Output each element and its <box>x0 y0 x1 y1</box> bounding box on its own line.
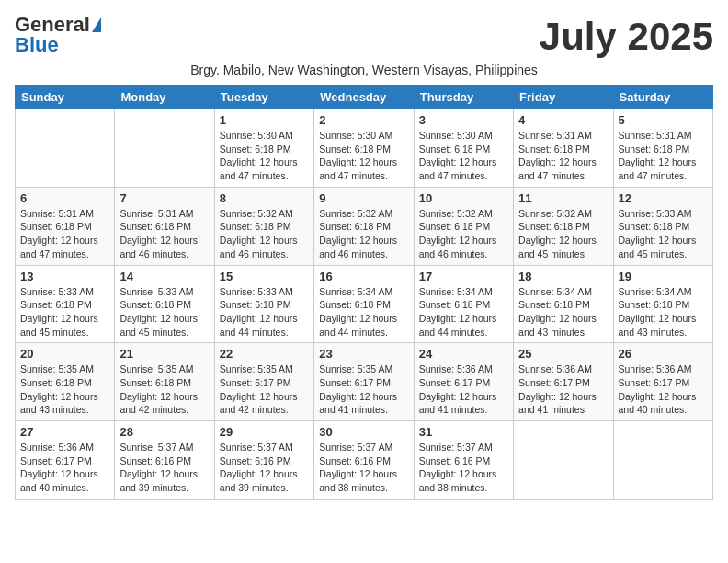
day-info: Sunrise: 5:34 AM Sunset: 6:18 PM Dayligh… <box>619 285 708 339</box>
day-number: 24 <box>419 347 508 361</box>
day-info: Sunrise: 5:35 AM Sunset: 6:18 PM Dayligh… <box>119 362 209 417</box>
day-number: 7 <box>119 191 209 205</box>
day-number: 12 <box>619 191 708 205</box>
day-number: 16 <box>319 270 408 283</box>
day-info: Sunrise: 5:37 AM Sunset: 6:16 PM Dayligh… <box>220 441 309 495</box>
day-number: 21 <box>119 347 209 361</box>
week-row-5: 27Sunrise: 5:36 AM Sunset: 6:17 PM Dayli… <box>16 421 713 500</box>
day-info: Sunrise: 5:35 AM Sunset: 6:17 PM Dayligh… <box>220 362 309 417</box>
calendar-cell <box>613 421 712 500</box>
header-day-friday: Friday <box>514 86 613 109</box>
calendar-cell: 2Sunrise: 5:30 AM Sunset: 6:18 PM Daylig… <box>314 109 414 188</box>
day-number: 4 <box>518 113 608 127</box>
calendar-cell: 29Sunrise: 5:37 AM Sunset: 6:16 PM Dayli… <box>214 421 313 500</box>
logo-triangle-icon <box>92 17 101 32</box>
day-info: Sunrise: 5:31 AM Sunset: 6:18 PM Dayligh… <box>20 207 109 261</box>
calendar-cell: 17Sunrise: 5:34 AM Sunset: 6:18 PM Dayli… <box>414 265 513 343</box>
week-row-2: 6Sunrise: 5:31 AM Sunset: 6:18 PM Daylig… <box>16 187 713 265</box>
calendar-cell: 5Sunrise: 5:31 AM Sunset: 6:18 PM Daylig… <box>613 109 712 188</box>
calendar-cell: 18Sunrise: 5:34 AM Sunset: 6:18 PM Dayli… <box>514 265 613 343</box>
day-info: Sunrise: 5:33 AM Sunset: 6:18 PM Dayligh… <box>220 285 309 339</box>
calendar-cell: 8Sunrise: 5:32 AM Sunset: 6:18 PM Daylig… <box>214 187 313 265</box>
day-number: 5 <box>619 113 708 127</box>
day-number: 13 <box>20 270 109 283</box>
header-day-wednesday: Wednesday <box>314 86 414 109</box>
day-info: Sunrise: 5:32 AM Sunset: 6:18 PM Dayligh… <box>419 207 508 261</box>
calendar-cell: 3Sunrise: 5:30 AM Sunset: 6:18 PM Daylig… <box>414 109 513 188</box>
day-number: 6 <box>20 191 109 205</box>
day-number: 3 <box>419 113 508 127</box>
day-info: Sunrise: 5:30 AM Sunset: 6:18 PM Dayligh… <box>319 129 408 183</box>
calendar-cell: 26Sunrise: 5:36 AM Sunset: 6:17 PM Dayli… <box>613 343 712 421</box>
calendar-cell: 23Sunrise: 5:35 AM Sunset: 6:17 PM Dayli… <box>314 343 414 421</box>
calendar-cell <box>115 109 214 188</box>
header-day-sunday: Sunday <box>16 86 115 109</box>
calendar-cell: 11Sunrise: 5:32 AM Sunset: 6:18 PM Dayli… <box>514 187 613 265</box>
calendar-cell: 28Sunrise: 5:37 AM Sunset: 6:16 PM Dayli… <box>115 421 214 500</box>
day-info: Sunrise: 5:33 AM Sunset: 6:18 PM Dayligh… <box>20 285 109 339</box>
calendar-cell: 30Sunrise: 5:37 AM Sunset: 6:16 PM Dayli… <box>314 421 414 500</box>
day-number: 25 <box>518 347 608 361</box>
day-info: Sunrise: 5:35 AM Sunset: 6:18 PM Dayligh… <box>20 362 109 417</box>
day-number: 14 <box>119 270 209 283</box>
day-info: Sunrise: 5:34 AM Sunset: 6:18 PM Dayligh… <box>419 285 508 339</box>
day-info: Sunrise: 5:37 AM Sunset: 6:16 PM Dayligh… <box>119 441 209 495</box>
calendar-cell <box>16 109 115 188</box>
day-info: Sunrise: 5:34 AM Sunset: 6:18 PM Dayligh… <box>518 285 608 339</box>
day-info: Sunrise: 5:35 AM Sunset: 6:17 PM Dayligh… <box>319 362 408 417</box>
logo-blue-text: Blue <box>15 35 59 55</box>
day-info: Sunrise: 5:36 AM Sunset: 6:17 PM Dayligh… <box>619 362 708 417</box>
day-number: 30 <box>319 425 408 439</box>
calendar-cell: 21Sunrise: 5:35 AM Sunset: 6:18 PM Dayli… <box>115 343 214 421</box>
logo: General Blue <box>15 15 101 55</box>
month-title: July 2025 <box>540 15 713 59</box>
calendar-cell: 16Sunrise: 5:34 AM Sunset: 6:18 PM Dayli… <box>314 265 414 343</box>
calendar-cell: 13Sunrise: 5:33 AM Sunset: 6:18 PM Dayli… <box>16 265 115 343</box>
day-info: Sunrise: 5:30 AM Sunset: 6:18 PM Dayligh… <box>220 129 309 183</box>
day-info: Sunrise: 5:36 AM Sunset: 6:17 PM Dayligh… <box>20 441 109 495</box>
day-info: Sunrise: 5:37 AM Sunset: 6:16 PM Dayligh… <box>319 441 408 495</box>
day-info: Sunrise: 5:32 AM Sunset: 6:18 PM Dayligh… <box>319 207 408 261</box>
day-number: 11 <box>518 191 608 205</box>
day-info: Sunrise: 5:36 AM Sunset: 6:17 PM Dayligh… <box>419 362 508 417</box>
day-number: 17 <box>419 270 508 283</box>
calendar-cell: 20Sunrise: 5:35 AM Sunset: 6:18 PM Dayli… <box>16 343 115 421</box>
calendar-cell: 6Sunrise: 5:31 AM Sunset: 6:18 PM Daylig… <box>16 187 115 265</box>
day-number: 23 <box>319 347 408 361</box>
calendar-cell: 25Sunrise: 5:36 AM Sunset: 6:17 PM Dayli… <box>514 343 613 421</box>
day-number: 2 <box>319 113 408 127</box>
calendar-cell: 9Sunrise: 5:32 AM Sunset: 6:18 PM Daylig… <box>314 187 414 265</box>
day-info: Sunrise: 5:34 AM Sunset: 6:18 PM Dayligh… <box>319 285 408 339</box>
day-number: 26 <box>619 347 708 361</box>
logo-general-text: General <box>15 15 90 35</box>
calendar-cell: 1Sunrise: 5:30 AM Sunset: 6:18 PM Daylig… <box>214 109 313 188</box>
calendar-cell: 22Sunrise: 5:35 AM Sunset: 6:17 PM Dayli… <box>214 343 313 421</box>
day-number: 31 <box>419 425 508 439</box>
header-day-thursday: Thursday <box>414 86 513 109</box>
calendar-cell <box>514 421 613 500</box>
calendar-cell: 10Sunrise: 5:32 AM Sunset: 6:18 PM Dayli… <box>414 187 513 265</box>
calendar-cell: 4Sunrise: 5:31 AM Sunset: 6:18 PM Daylig… <box>514 109 613 188</box>
day-number: 22 <box>220 347 309 361</box>
day-number: 20 <box>20 347 109 361</box>
calendar-cell: 15Sunrise: 5:33 AM Sunset: 6:18 PM Dayli… <box>214 265 313 343</box>
day-number: 19 <box>619 270 708 283</box>
week-row-1: 1Sunrise: 5:30 AM Sunset: 6:18 PM Daylig… <box>16 109 713 188</box>
day-info: Sunrise: 5:37 AM Sunset: 6:16 PM Dayligh… <box>419 441 508 495</box>
day-number: 9 <box>319 191 408 205</box>
calendar-table: SundayMondayTuesdayWednesdayThursdayFrid… <box>15 85 713 500</box>
calendar-cell: 24Sunrise: 5:36 AM Sunset: 6:17 PM Dayli… <box>414 343 513 421</box>
day-info: Sunrise: 5:31 AM Sunset: 6:18 PM Dayligh… <box>518 129 608 183</box>
week-row-4: 20Sunrise: 5:35 AM Sunset: 6:18 PM Dayli… <box>16 343 713 421</box>
week-row-3: 13Sunrise: 5:33 AM Sunset: 6:18 PM Dayli… <box>16 265 713 343</box>
header-row: SundayMondayTuesdayWednesdayThursdayFrid… <box>16 86 713 109</box>
day-info: Sunrise: 5:32 AM Sunset: 6:18 PM Dayligh… <box>518 207 608 261</box>
day-info: Sunrise: 5:36 AM Sunset: 6:17 PM Dayligh… <box>518 362 608 417</box>
day-number: 10 <box>419 191 508 205</box>
calendar-cell: 12Sunrise: 5:33 AM Sunset: 6:18 PM Dayli… <box>613 187 712 265</box>
calendar-cell: 14Sunrise: 5:33 AM Sunset: 6:18 PM Dayli… <box>115 265 214 343</box>
day-info: Sunrise: 5:30 AM Sunset: 6:18 PM Dayligh… <box>419 129 508 183</box>
day-number: 15 <box>220 270 309 283</box>
day-number: 8 <box>220 191 309 205</box>
day-number: 28 <box>119 425 209 439</box>
